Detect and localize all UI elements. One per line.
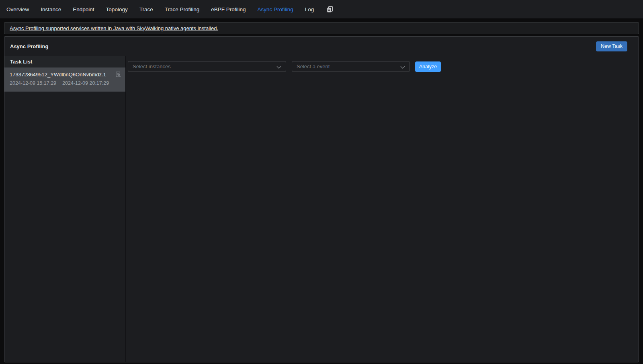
copy-icon[interactable] [326,6,334,13]
file-search-icon[interactable] [115,71,121,78]
analysis-toolbar: Select instances Select a event [128,61,639,72]
task-time-range: 2024-12-09 15:17:29 2024-12-09 20:17:29 [10,80,121,86]
new-task-button[interactable]: New Task [596,41,627,51]
task-name: 1733728649512_YWdlbnQ6OnNvbmdz.1 [10,72,106,78]
async-profiling-panel: Async Profiling New Task Task List 17337… [4,36,639,362]
chevron-down-icon [400,63,405,70]
nav-tab-overview[interactable]: Overview [6,6,29,12]
event-select-placeholder: Select a event [297,63,330,70]
chevron-down-icon [276,63,281,70]
info-banner: Async Profiling supported services writt… [4,22,639,34]
instances-select[interactable]: Select instances [128,61,286,72]
nav-tab-async-profiling[interactable]: Async Profiling [258,6,293,12]
nav-tab-trace[interactable]: Trace [139,6,153,12]
nav-tab-endpoint[interactable]: Endpoint [73,6,94,12]
panel-header: Async Profiling New Task [4,37,639,56]
task-end-time: 2024-12-09 20:17:29 [62,80,109,86]
task-list-item[interactable]: 1733728649512_YWdlbnQ6OnNvbmdz.1 2024-12… [4,67,125,92]
panel-body: Task List 1733728649512_YWdlbnQ6OnNvbmdz… [4,56,639,362]
panel-title: Async Profiling [10,43,48,49]
task-list-header: Task List [4,56,125,67]
nav-tab-log[interactable]: Log [305,6,314,12]
nav-tab-ebpf-profiling[interactable]: eBPF Profiling [211,6,246,12]
instances-select-placeholder: Select instances [133,63,171,70]
banner-link[interactable]: Async Profiling supported services writt… [10,25,218,31]
analyze-button[interactable]: Analyze [415,61,441,72]
nav-tab-instance[interactable]: Instance [41,6,61,12]
top-nav: Overview Instance Endpoint Topology Trac… [0,0,643,19]
content-area: Select instances Select a event [126,56,639,362]
event-select[interactable]: Select a event [292,61,410,72]
task-list-panel: Task List 1733728649512_YWdlbnQ6OnNvbmdz… [4,56,126,362]
task-start-time: 2024-12-09 15:17:29 [10,80,56,86]
nav-tab-trace-profiling[interactable]: Trace Profiling [165,6,200,12]
nav-tab-topology[interactable]: Topology [106,6,128,12]
